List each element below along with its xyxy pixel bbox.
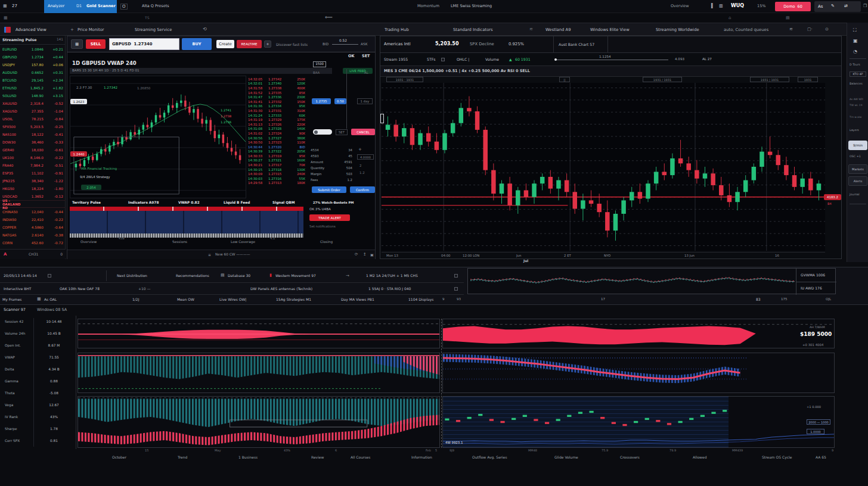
clock-icon[interactable]: ◔ [853, 49, 857, 55]
f-coverage2[interactable]: Low Coverage [231, 240, 255, 244]
tape-row[interactable]: 14:30:50 1.27323 110K [248, 140, 305, 145]
upload-icon[interactable]: ↥ [363, 253, 366, 257]
mid-interactive[interactable]: Interactive BHT [4, 286, 32, 291]
slider-alerts[interactable]: AL 27 [702, 57, 712, 61]
tab-analyzer[interactable]: Analyzer [48, 4, 64, 9]
tape-row[interactable]: 14:30:39 1.27322 205K [248, 149, 305, 154]
watchlist-row[interactable]: SPX500 5,203.5 -0.25 [0, 123, 66, 130]
realtime-button[interactable]: REALTIME [237, 40, 262, 48]
tab-windows[interactable]: Windows 08 SA [37, 308, 67, 313]
stats-row[interactable]: Vega 12.67 [0, 399, 76, 411]
time-axis[interactable]: Mon 13 04:00 12:00 LON Jun 2 ET NYO 13 J… [382, 252, 825, 258]
mid-check-3[interactable] [454, 274, 458, 278]
plus-button[interactable]: + [264, 40, 271, 48]
buy-button[interactable]: BUY [182, 38, 212, 50]
sb-markets-button[interactable]: Markets [848, 164, 867, 174]
osc-left-c[interactable] [78, 396, 440, 448]
overview-label[interactable]: Overview [671, 4, 689, 9]
share-icon[interactable]: ⇄ [844, 4, 848, 8]
tape-row[interactable]: 14:30:44 1.27320 BID [248, 145, 305, 149]
font-icon[interactable]: As [818, 4, 823, 9]
menu-icon[interactable]: ≡ [208, 253, 211, 257]
tape-row[interactable]: 14:31:08 1.27328 140K [248, 127, 305, 132]
spread-slider[interactable] [332, 44, 358, 45]
tape-row[interactable]: 14:30:15 1.27318 130K [248, 167, 305, 172]
tb-ohlc[interactable]: OHLC | [457, 57, 469, 61]
depth-row[interactable]: 4593 45 [311, 153, 352, 159]
m3-wires[interactable]: Live Wires OW| [219, 297, 246, 301]
sparkline[interactable] [470, 270, 795, 292]
slider-handle[interactable] [554, 58, 557, 61]
mid-check-4[interactable] [454, 287, 458, 291]
crop-icon[interactable]: ⛶ [853, 27, 857, 33]
depth-row[interactable]: Quantity 504 [311, 165, 352, 171]
m3-mean[interactable]: Mean OW [177, 297, 194, 301]
price-axis[interactable] [825, 83, 840, 251]
osc-left-a[interactable] [78, 319, 440, 348]
stats-row[interactable]: Corr SPX 0.81 [0, 435, 76, 447]
menu-plus[interactable]: + [70, 27, 74, 32]
watchlist-row[interactable]: GER40 18,030 -0.61 [0, 146, 66, 154]
watchlist-row[interactable]: ESP35 11,102 -0.91 [0, 169, 66, 177]
menu-windows-elite[interactable]: Windows Elite View [590, 27, 630, 32]
ts-icon[interactable]: TS [145, 15, 149, 20]
preset-label[interactable]: Alta Q Presets [142, 4, 169, 9]
depth-plus[interactable]: + [358, 147, 362, 152]
tape-row[interactable]: 14:31:24 1.27333 60K [248, 113, 305, 118]
sb-alerts-button[interactable]: Alerts [848, 176, 867, 186]
tape-row[interactable]: 14:30:27 1.27321 160K [248, 158, 305, 163]
menu-price-monitor[interactable]: Price Monitor [78, 27, 104, 32]
watchlist-row[interactable]: NAS100 18,122 -0.41 [0, 130, 66, 138]
duration-box[interactable]: 1 day [357, 98, 373, 104]
half-chip[interactable]: 0.50 [334, 98, 346, 104]
stats-row[interactable]: Volume 24h 10.45 B [0, 328, 76, 339]
waves-icon[interactable]: ≋ [789, 27, 793, 32]
osc-left-b[interactable] [78, 353, 440, 393]
range-slider[interactable] [555, 60, 668, 60]
menu-westland[interactable]: Westland A9 [545, 27, 571, 32]
tape-row[interactable]: 14:30:21 1.27317 70K [248, 163, 305, 167]
menu-trading-hub[interactable]: Trading Hub [385, 27, 409, 32]
menu-streaming-worldwide[interactable]: Streaming Worldwide [656, 27, 699, 32]
sb-tours[interactable]: D Tours [850, 63, 860, 67]
tape-row[interactable]: 14:32:01 1.27340 120K [248, 82, 305, 86]
menu-std-indicators[interactable]: Standard Indicators [453, 27, 493, 32]
tape-row[interactable]: 14:31:36 1.27334 95K [248, 104, 305, 109]
sell-button[interactable]: SELL [86, 39, 106, 49]
folder-icon[interactable]: ▤ [786, 15, 790, 20]
tape-row[interactable]: 14:29:58 1.27313 180K [248, 181, 305, 186]
depth-row[interactable]: Fees 1.2 [311, 177, 352, 183]
sb-balances[interactable]: Balances [850, 82, 863, 86]
menu-counted-queues[interactable]: auto, Counted queues [724, 27, 768, 32]
book-icon[interactable]: ▥ [719, 4, 723, 8]
osc-right-a[interactable] [442, 319, 835, 348]
stats-row[interactable]: Gamma 0.88 [0, 375, 76, 387]
layout-icon-button[interactable]: ▦ [71, 39, 83, 49]
submit-button[interactable]: Submit Order [312, 186, 346, 193]
mid-check-1[interactable] [48, 274, 51, 278]
watchlist-row[interactable]: UK100 8,146.0 -0.22 [0, 154, 66, 161]
set-label[interactable]: SET [362, 54, 370, 59]
watchlist-row[interactable]: DOW30 38,460 -0.33 [0, 138, 66, 146]
box-icon[interactable]: ▣ [370, 253, 374, 257]
chart-tab[interactable]: Aust Bank Chart 57 [553, 36, 608, 53]
window-icon[interactable]: ❒ [863, 4, 867, 8]
watchlist-row[interactable]: XAUUSD 2,318.4 -0.52 [0, 99, 66, 107]
limit-price-chip[interactable]: 1.2735 [312, 98, 331, 104]
tape-row[interactable]: 14:31:19 1.27329 175K [248, 117, 305, 122]
mid-recommendations[interactable]: Recommendations [176, 273, 209, 278]
watchlist-row[interactable]: ETHUSD 1,845.2 +1.82 [0, 84, 66, 92]
tape-row[interactable]: 14:32:05 1.27342 250K [248, 77, 305, 82]
create-button[interactable]: Create [216, 40, 234, 48]
tape-row[interactable]: 14:31:41 1.27332 150K [248, 99, 305, 104]
mid-western[interactable]: Western Movement 97 [275, 273, 316, 278]
watchlist-row[interactable]: USDJPY 157.80 +0.06 [0, 61, 66, 68]
discover-label[interactable]: Discover fast lists [276, 42, 308, 46]
m3-frames[interactable]: My Frames [2, 297, 21, 301]
pause-icon[interactable]: ‖ [711, 2, 714, 9]
tape-row[interactable]: 14:30:33 1.27319 95K [248, 154, 305, 158]
f-overview[interactable]: Overview [80, 240, 97, 244]
tape-row[interactable]: 14:31:58 1.27338 400K [248, 86, 305, 91]
tfs-checkbox[interactable] [441, 58, 445, 61]
watchlist-row[interactable]: COPPER 4.5860 -0.64 [0, 223, 66, 231]
